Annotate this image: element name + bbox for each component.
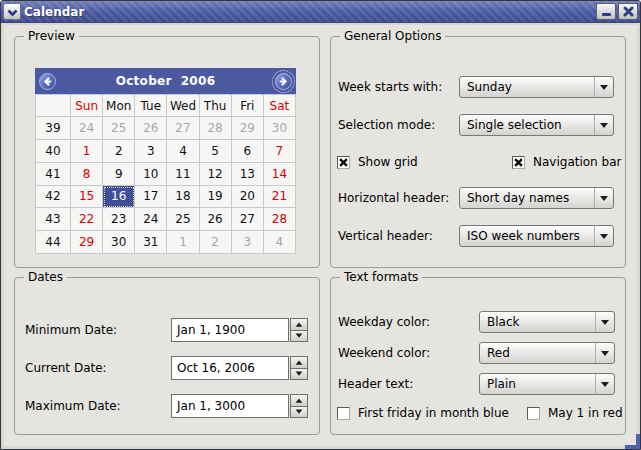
triangle-up-icon — [296, 360, 303, 364]
calendar-day-header: Mon — [103, 95, 135, 117]
calendar-day-cell[interactable]: 27 — [167, 117, 199, 140]
calendar-day-cell[interactable]: 28 — [264, 208, 296, 231]
minimum-date-field[interactable]: Jan 1, 1900 — [171, 318, 289, 342]
calendar-day-cell[interactable]: 29 — [71, 231, 103, 254]
calendar-day-cell[interactable]: 15 — [71, 186, 103, 209]
show-grid-checkbox[interactable] — [337, 156, 350, 169]
may-first-red-checkbox[interactable] — [527, 407, 540, 420]
calendar-day-cell[interactable]: 19 — [200, 186, 232, 209]
spin-up-button[interactable] — [290, 318, 308, 331]
next-month-button[interactable] — [275, 73, 292, 90]
combo-value: Single selection — [460, 118, 594, 132]
text-formats-group: Text formats Weekday color: Black Weeken… — [330, 277, 626, 435]
first-friday-blue-checkbox[interactable] — [337, 407, 350, 420]
calendar-month-year-label[interactable]: October2006 — [56, 74, 275, 88]
spin-down-button[interactable] — [290, 331, 308, 343]
close-button[interactable] — [618, 3, 638, 20]
calendar-day-cell[interactable]: 27 — [232, 208, 264, 231]
calendar-day-cell[interactable]: 23 — [103, 208, 135, 231]
calendar-day-cell[interactable]: 10 — [135, 163, 167, 186]
calendar-day-cell[interactable]: 30 — [264, 117, 296, 140]
calendar-table: SunMonTueWedThuFriSat3924252627282930401… — [35, 94, 296, 254]
triangle-down-icon — [296, 410, 303, 414]
combo-value: ISO week numbers — [460, 229, 594, 243]
maximum-date-spinbox: Jan 1, 3000 — [171, 394, 308, 418]
minimum-date-label: Minimum Date: — [25, 319, 117, 341]
calendar-day-cell[interactable]: 30 — [103, 231, 135, 254]
text-formats-group-title: Text formats — [340, 270, 422, 285]
calendar-day-cell[interactable]: 4 — [264, 231, 296, 254]
calendar-day-cell[interactable]: 3 — [232, 231, 264, 254]
weekday-color-select[interactable]: Black — [479, 311, 615, 333]
calendar-day-cell[interactable]: 16 — [103, 186, 135, 209]
week-starts-select[interactable]: Sunday — [459, 76, 614, 98]
weekend-color-select[interactable]: Red — [479, 342, 615, 364]
spin-up-button[interactable] — [290, 394, 308, 407]
calendar-day-cell[interactable]: 25 — [167, 208, 199, 231]
calendar-day-cell[interactable]: 1 — [71, 140, 103, 163]
previous-month-button[interactable] — [39, 73, 56, 90]
window-menu-button[interactable] — [3, 3, 21, 20]
calendar-day-cell[interactable]: 24 — [71, 117, 103, 140]
triangle-up-icon — [296, 398, 303, 402]
arrow-right-icon — [278, 72, 289, 91]
calendar-day-cell[interactable]: 31 — [135, 231, 167, 254]
navigation-bar-checkbox[interactable] — [512, 156, 525, 169]
calendar-day-cell[interactable]: 28 — [200, 117, 232, 140]
calendar-day-cell[interactable]: 24 — [135, 208, 167, 231]
weekday-color-label: Weekday color: — [338, 311, 430, 333]
calendar-day-cell[interactable]: 14 — [264, 163, 296, 186]
calendar-day-cell[interactable]: 17 — [135, 186, 167, 209]
calendar-day-cell[interactable]: 18 — [167, 186, 199, 209]
current-date-label: Current Date: — [25, 357, 107, 379]
spin-down-button[interactable] — [290, 369, 308, 381]
calendar-day-cell[interactable]: 4 — [167, 140, 199, 163]
calendar-day-cell[interactable]: 13 — [232, 163, 264, 186]
week-starts-label: Week starts with: — [338, 76, 442, 98]
calendar-day-cell[interactable]: 26 — [200, 208, 232, 231]
calendar-day-cell[interactable]: 2 — [103, 140, 135, 163]
navigation-bar-label: Navigation bar — [533, 155, 621, 169]
chevron-down-icon — [7, 2, 18, 21]
calendar-day-cell[interactable]: 8 — [71, 163, 103, 186]
calendar-day-cell[interactable]: 22 — [71, 208, 103, 231]
calendar-day-header: Fri — [232, 95, 264, 117]
calendar-day-header: Wed — [167, 95, 199, 117]
minimize-icon — [602, 13, 611, 16]
calendar-day-cell[interactable]: 29 — [232, 117, 264, 140]
calendar-day-cell[interactable]: 5 — [200, 140, 232, 163]
calendar-day-cell[interactable]: 6 — [232, 140, 264, 163]
calendar-day-cell[interactable]: 1 — [167, 231, 199, 254]
triangle-up-icon — [296, 322, 303, 326]
calendar-day-cell[interactable]: 3 — [135, 140, 167, 163]
current-date-spinbox: Oct 16, 2006 — [171, 356, 308, 380]
arrow-left-icon — [42, 72, 53, 91]
calendar-day-cell[interactable]: 12 — [200, 163, 232, 186]
selection-mode-select[interactable]: Single selection — [459, 114, 614, 136]
horizontal-header-select[interactable]: Short day names — [459, 187, 614, 209]
minimize-button[interactable] — [596, 3, 616, 20]
calendar-day-cell[interactable]: 26 — [135, 117, 167, 140]
current-date-field[interactable]: Oct 16, 2006 — [171, 356, 289, 380]
calendar-day-cell[interactable]: 20 — [232, 186, 264, 209]
resize-grip[interactable] — [625, 434, 640, 449]
calendar-day-cell[interactable]: 21 — [264, 186, 296, 209]
vertical-header-select[interactable]: ISO week numbers — [459, 225, 614, 247]
calendar-day-header: Thu — [200, 95, 232, 117]
may-first-red-label: May 1 in red — [548, 406, 623, 420]
calendar-day-cell[interactable]: 2 — [200, 231, 232, 254]
calendar-day-cell[interactable]: 25 — [103, 117, 135, 140]
header-text-select[interactable]: Plain — [479, 373, 615, 395]
maximum-date-field[interactable]: Jan 1, 3000 — [171, 394, 289, 418]
calendar-corner-cell — [36, 95, 71, 117]
calendar-widget: October2006 SunMonTueWedThuFriSat3924252… — [35, 68, 296, 254]
calendar-day-cell[interactable]: 9 — [103, 163, 135, 186]
calendar-navigation-bar: October2006 — [35, 68, 296, 94]
calendar-day-cell[interactable]: 11 — [167, 163, 199, 186]
titlebar[interactable]: Calendar — [1, 1, 640, 23]
spin-down-button[interactable] — [290, 407, 308, 419]
chevron-down-icon — [595, 312, 614, 332]
spin-up-button[interactable] — [290, 356, 308, 369]
calendar-day-cell[interactable]: 7 — [264, 140, 296, 163]
dates-group: Dates Minimum Date: Jan 1, 1900 Current … — [14, 277, 320, 435]
